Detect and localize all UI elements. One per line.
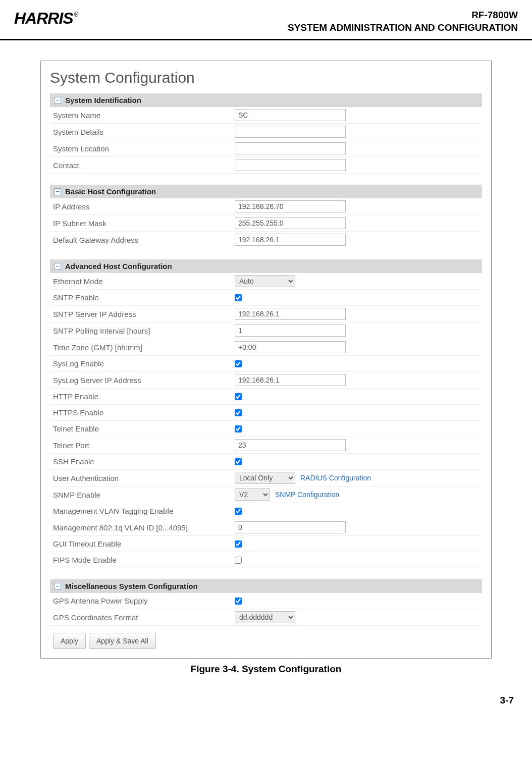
row-telnet-port: Telnet Port (50, 437, 482, 454)
label-snmp-enable: SNMP Enable (53, 491, 235, 499)
label-gps-format: GPS Coordinates Format (53, 613, 235, 622)
row-https-enable: HTTPS Enable (50, 405, 482, 421)
row-contact: Contact (50, 157, 482, 174)
select-user-auth[interactable]: Local Only (235, 472, 295, 484)
label-gps-power: GPS Antenna Power Supply (53, 596, 235, 605)
checkbox-ssh-enable[interactable] (235, 458, 242, 465)
row-sntp-poll: SNTP Polling Interval [hours] (50, 322, 482, 339)
doc-title: SYSTEM ADMINISTRATION AND CONFIGURATION (288, 22, 518, 34)
row-ip-address: IP Address (50, 198, 482, 215)
row-vlan-id: Management 802.1q VLAN ID [0...4095] (50, 519, 482, 536)
harris-logo: HARRIS® (14, 9, 77, 28)
row-ssh-enable: SSH Enable (50, 454, 482, 470)
checkbox-vlan-tag[interactable] (235, 508, 242, 515)
label-timezone: Time Zone (GMT) [hh:mm] (53, 343, 235, 352)
input-sntp-poll[interactable] (235, 324, 346, 337)
apply-save-all-button[interactable]: Apply & Save All (89, 633, 156, 649)
logo-text: HARRIS (14, 9, 73, 27)
section-misc[interactable]: – Miscellaneous System Configuration (50, 579, 482, 593)
section-system-identification[interactable]: – System Identification (50, 93, 482, 107)
input-subnet-mask[interactable] (235, 217, 346, 229)
input-gateway[interactable] (235, 234, 346, 246)
label-gateway: Default Gateway Address (53, 236, 235, 244)
page-title: System Configuration (50, 69, 482, 86)
input-ip-address[interactable] (235, 200, 346, 212)
page-number: 3-7 (0, 675, 532, 721)
input-system-details[interactable] (235, 126, 346, 138)
checkbox-fips-mode[interactable] (235, 557, 242, 564)
figure-caption: Figure 3-4. System Configuration (0, 664, 532, 675)
section-title: Miscellaneous System Configuration (65, 582, 198, 590)
row-vlan-tag: Management VLAN Tagging Enable (50, 503, 482, 519)
label-user-auth: User Authentication (53, 474, 235, 482)
row-system-location: System Location (50, 140, 482, 157)
input-contact[interactable] (235, 159, 346, 171)
row-gps-power: GPS Antenna Power Supply (50, 593, 482, 609)
section-title: System Identification (65, 96, 141, 104)
row-gateway: Default Gateway Address (50, 232, 482, 248)
collapse-icon[interactable]: – (54, 583, 61, 590)
row-gps-format: GPS Coordinates Format dd.dddddd (50, 609, 482, 626)
label-ethernet-mode: Ethernet Mode (53, 277, 235, 286)
input-sntp-server[interactable] (235, 308, 346, 320)
button-row: Apply Apply & Save All (50, 626, 482, 651)
label-fips-mode: FIPS Mode Enable (53, 556, 235, 564)
checkbox-gps-power[interactable] (235, 598, 242, 605)
section-title: Basic Host Configuration (65, 187, 156, 196)
label-sntp-enable: SNTP Enable (53, 293, 235, 302)
checkbox-syslog-enable[interactable] (235, 360, 242, 367)
section-basic-host[interactable]: – Basic Host Configuration (50, 185, 482, 198)
link-snmp-config[interactable]: SNMP Configuration (275, 491, 339, 499)
label-contact: Contact (53, 161, 235, 170)
label-ssh-enable: SSH Enable (53, 457, 235, 466)
input-syslog-server[interactable] (235, 374, 346, 386)
page-header: HARRIS® RF-7800W SYSTEM ADMINISTRATION A… (0, 0, 532, 40)
label-system-name: System Name (53, 111, 235, 120)
input-system-name[interactable] (235, 109, 346, 121)
label-vlan-id: Management 802.1q VLAN ID [0...4095] (53, 523, 235, 532)
row-system-details: System Details (50, 124, 482, 140)
label-subnet-mask: IP Subnet Mask (53, 219, 235, 228)
label-sntp-poll: SNTP Polling Interval [hours] (53, 327, 235, 335)
apply-button[interactable]: Apply (53, 633, 86, 649)
input-timezone[interactable] (235, 341, 346, 353)
row-system-name: System Name (50, 107, 482, 124)
checkbox-sntp-enable[interactable] (235, 294, 242, 301)
checkbox-gui-timeout[interactable] (235, 540, 242, 548)
collapse-icon[interactable]: – (54, 188, 61, 195)
checkbox-http-enable[interactable] (235, 393, 242, 400)
row-subnet-mask: IP Subnet Mask (50, 215, 482, 232)
row-sntp-enable: SNTP Enable (50, 290, 482, 306)
screenshot-container: System Configuration – System Identifica… (40, 61, 492, 659)
row-timezone: Time Zone (GMT) [hh:mm] (50, 339, 482, 356)
select-ethernet-mode[interactable]: Auto (235, 275, 295, 287)
label-syslog-server: SysLog Server IP Address (53, 376, 235, 385)
section-title: Advanced Host Configuration (65, 262, 172, 270)
checkbox-https-enable[interactable] (235, 409, 242, 416)
row-snmp-enable: SNMP Enable V2 SNMP Configuration (50, 486, 482, 503)
input-telnet-port[interactable] (235, 439, 346, 451)
input-system-location[interactable] (235, 142, 346, 154)
label-telnet-enable: Telnet Enable (53, 424, 235, 433)
header-right: RF-7800W SYSTEM ADMINISTRATION AND CONFI… (288, 9, 518, 34)
label-telnet-port: Telnet Port (53, 441, 235, 450)
link-radius-config[interactable]: RADIUS Configuration (300, 474, 371, 482)
collapse-icon[interactable]: – (54, 263, 61, 270)
row-gui-timeout: GUI Timeout Enable (50, 536, 482, 552)
registered-mark: ® (74, 11, 78, 18)
row-http-enable: HTTP Enable (50, 389, 482, 405)
label-system-location: System Location (53, 144, 235, 153)
section-advanced-host[interactable]: – Advanced Host Configuration (50, 259, 482, 273)
row-fips-mode: FIPS Mode Enable (50, 552, 482, 568)
collapse-icon[interactable]: – (54, 97, 61, 104)
input-vlan-id[interactable] (235, 521, 346, 533)
row-telnet-enable: Telnet Enable (50, 421, 482, 437)
doc-model: RF-7800W (288, 9, 518, 22)
label-sntp-server: SNTP Server IP Address (53, 310, 235, 318)
checkbox-telnet-enable[interactable] (235, 425, 242, 432)
select-gps-format[interactable]: dd.dddddd (235, 611, 295, 623)
row-user-auth: User Authentication Local Only RADIUS Co… (50, 470, 482, 486)
row-ethernet-mode: Ethernet Mode Auto (50, 273, 482, 290)
select-snmp-enable[interactable]: V2 (235, 488, 270, 501)
row-sntp-server: SNTP Server IP Address (50, 306, 482, 322)
